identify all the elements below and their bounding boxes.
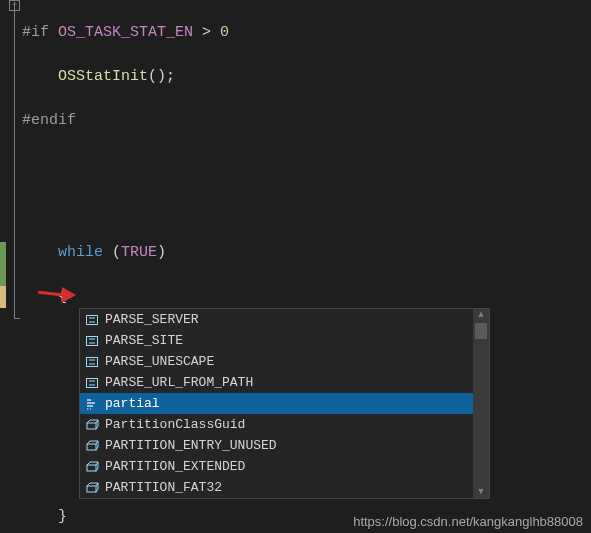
completion-label: PARTITION_ENTRY_UNUSED <box>105 438 277 453</box>
svg-rect-18 <box>87 444 96 450</box>
field-icon <box>84 417 99 432</box>
svg-rect-22 <box>87 486 96 492</box>
intellisense-popup[interactable]: PARSE_SERVERPARSE_SITEPARSE_UNESCAPEPARS… <box>79 308 490 499</box>
completion-item[interactable]: PARSE_URL_FROM_PATH <box>80 372 489 393</box>
completion-label: PARSE_SITE <box>105 333 183 348</box>
brace: { <box>58 288 67 305</box>
snippet-icon <box>84 396 99 411</box>
watermark-text: https://blog.csdn.net/kangkanglhb88008 <box>353 514 583 529</box>
svg-rect-9 <box>86 378 97 387</box>
brace: } <box>58 508 67 525</box>
function-call: OSStatInit <box>58 68 148 85</box>
completion-label: PARTITION_EXTENDED <box>105 459 245 474</box>
paren: ( <box>103 244 121 261</box>
constant-icon <box>84 333 99 348</box>
svg-rect-3 <box>86 336 97 345</box>
completion-item[interactable]: PARSE_SITE <box>80 330 489 351</box>
completion-item[interactable]: PARTITION_ENTRY_UNUSED <box>80 435 489 456</box>
completion-item[interactable]: PartitionClassGuid <box>80 414 489 435</box>
fold-end <box>14 318 20 319</box>
code-text: (); <box>148 68 175 85</box>
completion-item[interactable]: PARSE_UNESCAPE <box>80 351 489 372</box>
scroll-down-arrow[interactable]: ▼ <box>473 486 489 498</box>
field-icon <box>84 459 99 474</box>
preproc-dir: #if <box>22 24 58 41</box>
completion-label: PARTITION_FAT32 <box>105 480 222 495</box>
completion-item[interactable]: partial <box>80 393 489 414</box>
svg-rect-0 <box>86 315 97 324</box>
constant: TRUE <box>121 244 157 261</box>
fold-guide <box>14 2 15 318</box>
scroll-up-arrow[interactable]: ▲ <box>473 309 489 321</box>
macro-name: OS_TASK_STAT_EN <box>58 24 193 41</box>
field-icon <box>84 438 99 453</box>
scroll-thumb[interactable] <box>475 323 487 339</box>
completion-item[interactable]: PARTITION_FAT32 <box>80 477 489 498</box>
operator: > <box>193 24 220 41</box>
svg-rect-16 <box>87 423 96 429</box>
constant-icon <box>84 354 99 369</box>
constant-icon <box>84 375 99 390</box>
change-marker-green <box>0 242 6 286</box>
completion-item[interactable]: PARTITION_EXTENDED <box>80 456 489 477</box>
completion-item[interactable]: PARSE_SERVER <box>80 309 489 330</box>
number-literal: 0 <box>220 24 229 41</box>
completion-label: PARSE_SERVER <box>105 312 199 327</box>
paren: ) <box>157 244 166 261</box>
change-marker-yellow <box>0 286 6 308</box>
preproc-dir: #endif <box>22 112 76 129</box>
gutter <box>0 0 10 533</box>
field-icon <box>84 480 99 495</box>
keyword: while <box>58 244 103 261</box>
popup-scrollbar[interactable]: ▲ ▼ <box>473 309 489 498</box>
completion-label: PARSE_URL_FROM_PATH <box>105 375 253 390</box>
svg-rect-20 <box>87 465 96 471</box>
completion-label: partial <box>105 396 160 411</box>
constant-icon <box>84 312 99 327</box>
completion-label: PartitionClassGuid <box>105 417 245 432</box>
completion-label: PARSE_UNESCAPE <box>105 354 214 369</box>
svg-rect-6 <box>86 357 97 366</box>
